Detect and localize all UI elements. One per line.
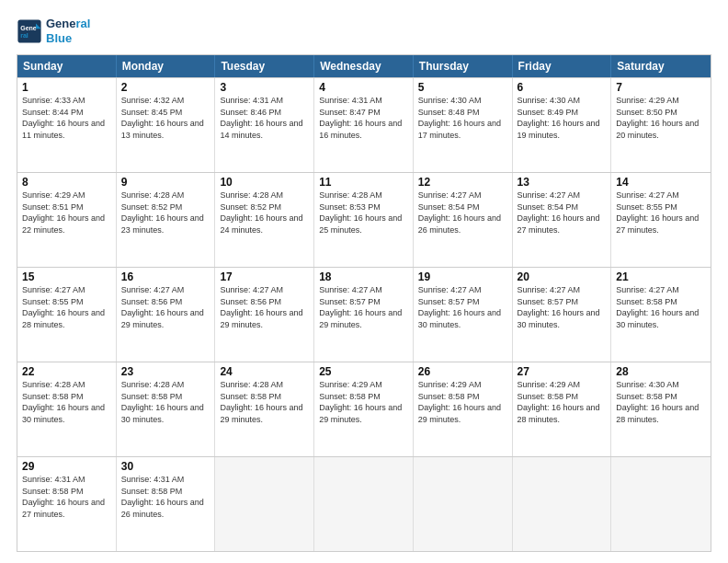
- header-day-wednesday: Wednesday: [314, 55, 414, 77]
- day-cell-16: 16 Sunrise: 4:27 AM Sunset: 8:56 PM Dayl…: [117, 268, 216, 362]
- daylight-text: Daylight: 16 hours and 19 minutes.: [518, 118, 607, 141]
- svg-text:Gene: Gene: [20, 24, 37, 30]
- sunset-text: Sunset: 8:54 PM: [418, 201, 507, 213]
- day-cell-29: 29 Sunrise: 4:31 AM Sunset: 8:58 PM Dayl…: [17, 457, 117, 551]
- empty-cell: [414, 457, 513, 551]
- day-number: 15: [22, 270, 111, 283]
- day-cell-18: 18 Sunrise: 4:27 AM Sunset: 8:57 PM Dayl…: [314, 268, 414, 362]
- svg-text:ral: ral: [20, 32, 28, 39]
- sunrise-text: Sunrise: 4:28 AM: [22, 379, 111, 391]
- empty-cell: [611, 457, 711, 551]
- sunrise-text: Sunrise: 4:31 AM: [220, 95, 309, 107]
- calendar-header: SundayMondayTuesdayWednesdayThursdayFrid…: [17, 55, 711, 77]
- sunrise-text: Sunrise: 4:27 AM: [616, 284, 706, 296]
- daylight-text: Daylight: 16 hours and 26 minutes.: [418, 213, 507, 236]
- sunset-text: Sunset: 8:45 PM: [121, 107, 210, 119]
- day-number: 9: [121, 176, 210, 189]
- sunset-text: Sunset: 8:57 PM: [319, 296, 408, 308]
- day-number: 11: [319, 176, 408, 189]
- sunset-text: Sunset: 8:58 PM: [616, 391, 706, 403]
- daylight-text: Daylight: 16 hours and 30 minutes.: [22, 402, 111, 425]
- header-day-tuesday: Tuesday: [215, 55, 314, 77]
- sunrise-text: Sunrise: 4:27 AM: [518, 190, 607, 201]
- day-cell-9: 9 Sunrise: 4:28 AM Sunset: 8:52 PM Dayli…: [117, 173, 216, 267]
- day-number: 1: [22, 81, 111, 94]
- sunset-text: Sunset: 8:52 PM: [220, 201, 309, 213]
- day-number: 17: [220, 270, 309, 283]
- day-number: 13: [518, 176, 607, 189]
- day-number: 4: [319, 81, 408, 94]
- day-number: 28: [616, 365, 706, 378]
- day-cell-10: 10 Sunrise: 4:28 AM Sunset: 8:52 PM Dayl…: [215, 173, 314, 267]
- sunset-text: Sunset: 8:58 PM: [616, 296, 706, 308]
- sunset-text: Sunset: 8:48 PM: [418, 107, 507, 119]
- day-number: 29: [22, 460, 111, 473]
- logo: Gene ral General Blue: [17, 17, 90, 45]
- day-number: 18: [319, 270, 408, 283]
- day-number: 26: [418, 365, 507, 378]
- sunrise-text: Sunrise: 4:27 AM: [121, 284, 210, 296]
- sunset-text: Sunset: 8:46 PM: [220, 107, 309, 119]
- daylight-text: Daylight: 16 hours and 23 minutes.: [121, 213, 210, 236]
- day-number: 23: [121, 365, 210, 378]
- sunset-text: Sunset: 8:55 PM: [616, 201, 706, 213]
- day-number: 8: [22, 176, 111, 189]
- sunrise-text: Sunrise: 4:31 AM: [319, 95, 408, 107]
- sunrise-text: Sunrise: 4:31 AM: [22, 474, 111, 486]
- day-cell-22: 22 Sunrise: 4:28 AM Sunset: 8:58 PM Dayl…: [17, 362, 117, 456]
- daylight-text: Daylight: 16 hours and 28 minutes.: [518, 402, 607, 425]
- day-number: 12: [418, 176, 507, 189]
- header-day-sunday: Sunday: [17, 55, 117, 77]
- sunrise-text: Sunrise: 4:27 AM: [518, 284, 607, 296]
- daylight-text: Daylight: 16 hours and 30 minutes.: [121, 402, 210, 425]
- day-number: 5: [418, 81, 507, 94]
- sunset-text: Sunset: 8:58 PM: [22, 486, 111, 498]
- daylight-text: Daylight: 16 hours and 14 minutes.: [220, 118, 309, 141]
- day-cell-28: 28 Sunrise: 4:30 AM Sunset: 8:58 PM Dayl…: [611, 362, 711, 456]
- day-cell-8: 8 Sunrise: 4:29 AM Sunset: 8:51 PM Dayli…: [17, 173, 117, 267]
- daylight-text: Daylight: 16 hours and 22 minutes.: [22, 213, 111, 236]
- day-number: 3: [220, 81, 309, 94]
- daylight-text: Daylight: 16 hours and 11 minutes.: [22, 118, 111, 141]
- sunrise-text: Sunrise: 4:30 AM: [518, 95, 607, 107]
- day-number: 19: [418, 270, 507, 283]
- sunset-text: Sunset: 8:58 PM: [22, 391, 111, 403]
- day-number: 7: [616, 81, 706, 94]
- daylight-text: Daylight: 16 hours and 17 minutes.: [418, 118, 507, 141]
- sunset-text: Sunset: 8:55 PM: [22, 296, 111, 308]
- day-number: 16: [121, 270, 210, 283]
- daylight-text: Daylight: 16 hours and 24 minutes.: [220, 213, 309, 236]
- daylight-text: Daylight: 16 hours and 28 minutes.: [22, 307, 111, 330]
- sunrise-text: Sunrise: 4:30 AM: [418, 95, 507, 107]
- sunset-text: Sunset: 8:51 PM: [22, 201, 111, 213]
- calendar-row-1: 1 Sunrise: 4:33 AM Sunset: 8:44 PM Dayli…: [17, 77, 711, 172]
- calendar-body: 1 Sunrise: 4:33 AM Sunset: 8:44 PM Dayli…: [17, 77, 711, 551]
- page: Gene ral General Blue SundayMondayTuesda…: [0, 0, 728, 563]
- svg-rect-0: [17, 19, 40, 42]
- sunrise-text: Sunrise: 4:27 AM: [616, 190, 706, 201]
- sunset-text: Sunset: 8:57 PM: [418, 296, 507, 308]
- day-cell-23: 23 Sunrise: 4:28 AM Sunset: 8:58 PM Dayl…: [117, 362, 216, 456]
- calendar-row-4: 22 Sunrise: 4:28 AM Sunset: 8:58 PM Dayl…: [17, 362, 711, 456]
- day-number: 27: [518, 365, 607, 378]
- daylight-text: Daylight: 16 hours and 29 minutes.: [121, 307, 210, 330]
- sunset-text: Sunset: 8:50 PM: [616, 107, 706, 119]
- sunset-text: Sunset: 8:56 PM: [220, 296, 309, 308]
- empty-cell: [215, 457, 314, 551]
- day-cell-26: 26 Sunrise: 4:29 AM Sunset: 8:58 PM Dayl…: [414, 362, 513, 456]
- calendar-row-5: 29 Sunrise: 4:31 AM Sunset: 8:58 PM Dayl…: [17, 456, 711, 551]
- day-cell-17: 17 Sunrise: 4:27 AM Sunset: 8:56 PM Dayl…: [215, 268, 314, 362]
- day-cell-3: 3 Sunrise: 4:31 AM Sunset: 8:46 PM Dayli…: [215, 78, 314, 172]
- day-number: 24: [220, 365, 309, 378]
- day-number: 14: [616, 176, 706, 189]
- daylight-text: Daylight: 16 hours and 29 minutes.: [220, 402, 309, 425]
- day-cell-27: 27 Sunrise: 4:29 AM Sunset: 8:58 PM Dayl…: [513, 362, 612, 456]
- sunrise-text: Sunrise: 4:28 AM: [121, 379, 210, 391]
- sunrise-text: Sunrise: 4:29 AM: [616, 95, 706, 107]
- header-day-saturday: Saturday: [611, 55, 711, 77]
- day-cell-2: 2 Sunrise: 4:32 AM Sunset: 8:45 PM Dayli…: [117, 78, 216, 172]
- sunrise-text: Sunrise: 4:30 AM: [616, 379, 706, 391]
- sunset-text: Sunset: 8:58 PM: [418, 391, 507, 403]
- sunset-text: Sunset: 8:58 PM: [121, 391, 210, 403]
- sunrise-text: Sunrise: 4:33 AM: [22, 95, 111, 107]
